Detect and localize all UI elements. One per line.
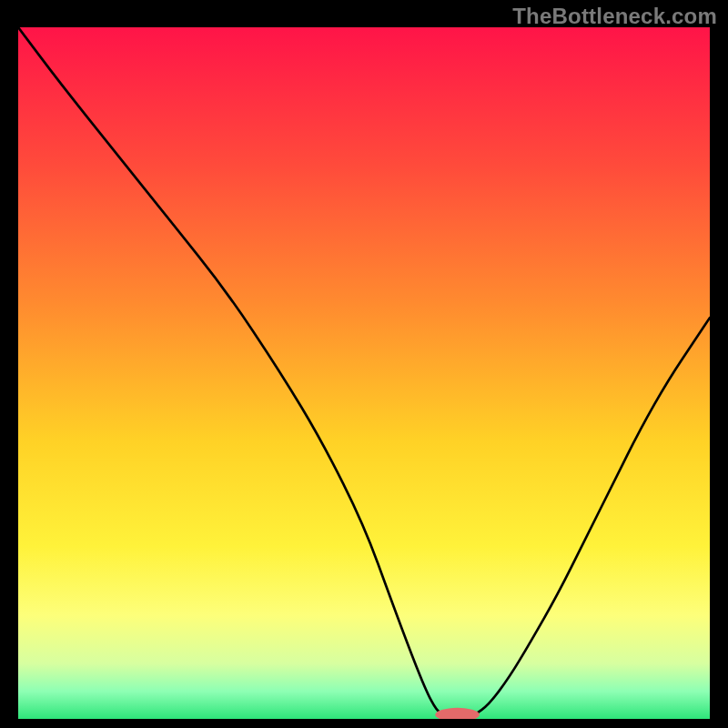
bottleneck-chart: [18, 27, 710, 719]
gradient-background: [18, 27, 710, 719]
chart-frame: TheBottleneck.com: [0, 0, 728, 728]
watermark-text: TheBottleneck.com: [512, 4, 717, 29]
